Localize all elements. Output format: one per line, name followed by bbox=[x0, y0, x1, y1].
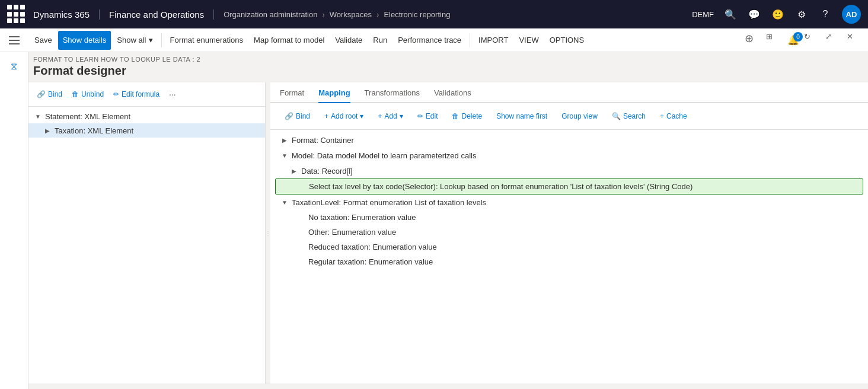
hamburger-icon[interactable] bbox=[5, 31, 24, 50]
command-bar: Save Show details Show all ▾ Format enum… bbox=[0, 28, 868, 52]
view-button[interactable]: VIEW bbox=[514, 31, 543, 50]
mt-item-data-record[interactable]: ▶ Data: Record[l] bbox=[280, 163, 868, 178]
mt-label-other: Other: Enumeration value bbox=[308, 228, 396, 237]
left-toolbar: 🔗 Bind 🗑 Unbind ✏ Edit formula ··· bbox=[28, 82, 265, 107]
tab-mapping[interactable]: Mapping bbox=[318, 82, 350, 103]
tree-item-label-statement: Statement: XML Element bbox=[45, 112, 130, 121]
help-icon[interactable]: ? bbox=[818, 7, 832, 21]
settings-icon[interactable]: ⚙ bbox=[794, 7, 809, 21]
avatar[interactable]: AD bbox=[842, 5, 861, 24]
edit-button[interactable]: ✏ Edit bbox=[413, 108, 443, 125]
resize-handle[interactable] bbox=[266, 82, 270, 384]
page-header: FORMAT TO LEARN HOW TO LOOKUP LE DATA : … bbox=[0, 52, 868, 82]
bottom-edit-button[interactable]: ✏ bbox=[62, 387, 78, 390]
chevron-down-icon: ▾ bbox=[149, 36, 153, 44]
refresh-icon[interactable]: ↻ bbox=[804, 32, 821, 49]
search-button[interactable]: 🔍 Search bbox=[607, 108, 650, 125]
tab-validations[interactable]: Validations bbox=[434, 82, 471, 103]
breadcrumb-sep-2: › bbox=[376, 10, 379, 19]
left-tree: ▼ Statement: XML Element ▶ Taxation: XML… bbox=[28, 107, 265, 384]
validate-button[interactable]: Validate bbox=[330, 31, 367, 50]
cache-button[interactable]: + Cache bbox=[655, 108, 692, 125]
expand-icon[interactable]: ⤢ bbox=[825, 32, 842, 49]
more-options-button[interactable]: ··· bbox=[165, 86, 180, 103]
tree-item-statement[interactable]: ▼ Statement: XML Element bbox=[28, 109, 265, 123]
bind-button[interactable]: 🔗 Bind bbox=[33, 86, 66, 103]
mt-item-no-taxation[interactable]: No taxation: Enumeration value bbox=[280, 210, 868, 225]
mt-item-regular-taxation[interactable]: Regular taxation: Enumeration value bbox=[280, 254, 868, 269]
chevron-down-add[interactable]: ▾ bbox=[400, 112, 403, 120]
close-icon[interactable]: ✕ bbox=[847, 32, 863, 49]
bottom-bar: 🗑 ✏ Enabled bbox=[28, 384, 868, 389]
breadcrumb: Organization administration › Workspaces… bbox=[224, 10, 692, 19]
face-icon[interactable]: 🙂 bbox=[771, 7, 785, 21]
cmd-settings-icon[interactable]: ⊕ bbox=[745, 32, 761, 49]
tree-item-label-taxation: Taxation: XML Element bbox=[55, 126, 133, 135]
tree-toggle-taxation[interactable]: ▶ bbox=[43, 126, 52, 135]
chat-icon[interactable]: 💬 bbox=[747, 7, 761, 21]
apps-icon[interactable] bbox=[7, 5, 26, 24]
cmd-separator-2 bbox=[470, 33, 470, 47]
add-root-button[interactable]: + Add root ▾ bbox=[320, 108, 368, 125]
breadcrumb-reporting[interactable]: Electronic reporting bbox=[384, 10, 450, 19]
mapping-tree: ▶ Format: Container ▼ Model: Data model … bbox=[270, 130, 868, 384]
tree-toggle-statement[interactable]: ▼ bbox=[33, 111, 43, 121]
show-details-button[interactable]: Show details bbox=[58, 31, 111, 50]
app-name-label: Finance and Operations bbox=[109, 9, 214, 20]
mt-item-other[interactable]: Other: Enumeration value bbox=[280, 225, 868, 240]
cmd-office-icon[interactable]: ⊞ bbox=[766, 32, 783, 49]
mt-item-taxation-level[interactable]: ▼ TaxationLevel: Format enumeration List… bbox=[270, 194, 868, 210]
run-button[interactable]: Run bbox=[368, 31, 392, 50]
mt-label-select-tax-level: Select tax level by tax code(Selector): … bbox=[309, 182, 693, 191]
mt-label-data-record: Data: Record[l] bbox=[301, 167, 353, 176]
tree-item-taxation[interactable]: ▶ Taxation: XML Element bbox=[28, 123, 265, 138]
delete-icon: 🗑 bbox=[452, 112, 459, 120]
options-button[interactable]: OPTIONS bbox=[545, 31, 589, 50]
filter-icon[interactable]: ⧖ bbox=[5, 57, 24, 76]
mapping-toolbar: 🔗 Bind + Add root ▾ + Add ▾ ✏ Edit 🗑 Del… bbox=[270, 103, 868, 130]
chevron-down-addroot[interactable]: ▾ bbox=[360, 112, 363, 120]
cmd-separator-1 bbox=[161, 33, 162, 47]
right-panel: Format Mapping Transformations Validatio… bbox=[270, 82, 868, 384]
edit-formula-button[interactable]: ✏ Edit formula bbox=[110, 86, 163, 103]
format-enumerations-button[interactable]: Format enumerations bbox=[165, 31, 248, 50]
tab-format[interactable]: Format bbox=[280, 82, 304, 103]
search-icon[interactable]: 🔍 bbox=[723, 7, 738, 21]
toggle-data-record[interactable]: ▶ bbox=[289, 166, 299, 176]
breadcrumb-org[interactable]: Organization administration bbox=[224, 10, 317, 19]
show-name-first-button[interactable]: Show name first bbox=[492, 108, 552, 125]
notifications-icon[interactable]: 🔔 0 bbox=[787, 34, 799, 46]
performance-trace-button[interactable]: Performance trace bbox=[393, 31, 466, 50]
top-nav-bar: Dynamics 365 Finance and Operations Orga… bbox=[0, 0, 868, 28]
page-title: Format designer bbox=[0, 63, 868, 82]
save-button[interactable]: Save bbox=[30, 31, 57, 50]
plus-icon-1: + bbox=[324, 112, 328, 120]
toggle-model[interactable]: ▼ bbox=[280, 151, 289, 160]
show-all-button[interactable]: Show all ▾ bbox=[112, 31, 157, 50]
map-format-to-model-button[interactable]: Map format to model bbox=[249, 31, 329, 50]
top-nav-right: DEMF 🔍 💬 🙂 ⚙ ? AD bbox=[692, 5, 861, 24]
bottom-delete-button[interactable]: 🗑 bbox=[38, 387, 55, 390]
delete-button[interactable]: 🗑 Delete bbox=[447, 108, 487, 125]
page-breadcrumb: FORMAT TO LEARN HOW TO LOOKUP LE DATA : … bbox=[0, 52, 868, 63]
import-button[interactable]: IMPORT bbox=[474, 31, 513, 50]
map-bind-button[interactable]: 🔗 Bind bbox=[280, 108, 315, 125]
mt-item-reduced-taxation[interactable]: Reduced taxation: Enumeration value bbox=[280, 240, 868, 254]
group-view-button[interactable]: Group view bbox=[557, 108, 602, 125]
tab-transformations[interactable]: Transformations bbox=[365, 82, 420, 103]
unbind-button[interactable]: 🗑 Unbind bbox=[68, 86, 107, 103]
add-button[interactable]: + Add ▾ bbox=[373, 108, 407, 125]
plus-icon-3: + bbox=[660, 112, 664, 120]
mt-label-regular-taxation: Regular taxation: Enumeration value bbox=[308, 257, 433, 266]
mt-item-select-tax-level[interactable]: Select tax level by tax code(Selector): … bbox=[275, 178, 863, 194]
mt-item-format-container[interactable]: ▶ Format: Container bbox=[270, 132, 868, 148]
mt-label-format-container: Format: Container bbox=[292, 136, 354, 145]
unbind-icon: 🗑 bbox=[72, 90, 79, 98]
mt-item-model[interactable]: ▼ Model: Data model Model to learn param… bbox=[270, 148, 868, 163]
toggle-format-container[interactable]: ▶ bbox=[280, 135, 289, 145]
main-content: 🔗 Bind 🗑 Unbind ✏ Edit formula ··· ▼ Sta… bbox=[28, 82, 868, 384]
env-badge: DEMF bbox=[692, 10, 714, 19]
breadcrumb-workspaces[interactable]: Workspaces bbox=[330, 10, 372, 19]
mt-label-taxation-level: TaxationLevel: Format enumeration List o… bbox=[292, 198, 486, 207]
toggle-taxation-level[interactable]: ▼ bbox=[280, 197, 289, 207]
